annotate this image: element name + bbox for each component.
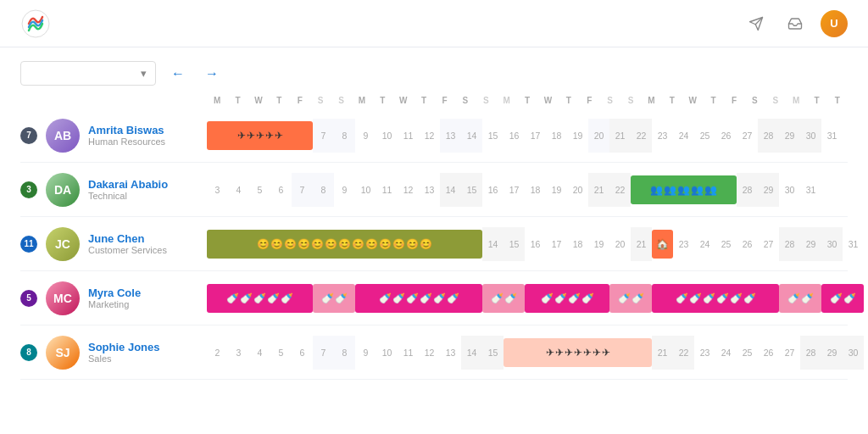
leave-icon: 🏠: [656, 238, 669, 250]
day-number-cell: 11: [376, 173, 398, 207]
leave-icon: 🍼: [568, 292, 581, 304]
leave-icon: 😊: [365, 238, 378, 250]
employee-avatar[interactable]: JC: [46, 227, 80, 261]
day-number-cell: 2: [207, 336, 228, 370]
day-number-cell: 9: [334, 173, 355, 207]
day-header-30: T: [827, 92, 848, 108]
next-month-button[interactable]: →: [200, 62, 224, 86]
leave-block[interactable]: 👥👥👥👥👥: [631, 173, 737, 207]
day-number-cell: 10: [376, 336, 398, 370]
day-number-cell: 23: [694, 336, 715, 370]
employee-name-block: Dakarai AbabioTechnical: [88, 178, 168, 201]
leave-icon: 😊: [338, 238, 351, 250]
leave-icon: 😊: [325, 238, 337, 250]
leave-count-badge: 3: [20, 181, 37, 198]
leave-block[interactable]: 🍼🍼: [482, 281, 525, 315]
day-number-cell: 13: [440, 119, 461, 153]
employee-name-block: Sophie JonesSales: [88, 341, 160, 364]
employee-avatar[interactable]: DA: [46, 173, 80, 207]
leave-count-badge: 11: [20, 236, 37, 253]
leave-block[interactable]: 🍼🍼🍼🍼: [525, 281, 609, 315]
day-number-cell: 25: [715, 227, 737, 261]
day-number-cell: 29: [758, 173, 779, 207]
leave-icon: 🍼: [406, 292, 419, 304]
user-avatar-header[interactable]: U: [821, 10, 848, 37]
leave-block[interactable]: 🍼🍼🍼🍼🍼: [207, 281, 313, 315]
leave-icon: 🍼: [379, 292, 392, 304]
day-number-cell: 28: [758, 119, 779, 153]
day-header-27: S: [765, 92, 786, 108]
day-number-cell: 28: [737, 173, 758, 207]
day-number-cell: 25: [737, 336, 758, 370]
leave-icon: 🍼: [253, 292, 266, 304]
employee-name-block: June ChenCustomer Services: [88, 232, 167, 255]
day-number-cell: 18: [567, 227, 588, 261]
leave-icon: 😊: [392, 238, 405, 250]
day-number-cell: 4: [228, 173, 249, 207]
day-header-3: T: [269, 92, 289, 108]
employee-name[interactable]: Dakarai Ababio: [88, 178, 168, 191]
day-number-cell: 3: [207, 173, 228, 207]
leave-icon: 😊: [420, 238, 432, 250]
employee-avatar[interactable]: SJ: [46, 336, 80, 370]
leave-span: 🍼🍼🍼🍼🍼: [207, 284, 313, 313]
employee-info: 3DADakarai AbabioTechnical: [20, 166, 207, 214]
day-number-cell: 24: [673, 119, 694, 153]
leave-span: 🍼🍼: [482, 284, 525, 313]
leave-block[interactable]: 🍼🍼🍼🍼🍼🍼: [355, 281, 482, 315]
day-number-cell: 10: [376, 119, 398, 153]
day-header-18: F: [579, 92, 599, 108]
day-header-25: F: [724, 92, 744, 108]
employee-department: Customer Services: [88, 245, 167, 255]
day-number-cell: 15: [482, 119, 504, 153]
app-header: U: [0, 0, 868, 47]
leave-icon: ✈: [574, 347, 582, 359]
leave-block[interactable]: 🍼🍼: [609, 281, 652, 315]
leave-icon: 🍼: [716, 292, 729, 304]
leave-block[interactable]: 🏠: [652, 227, 673, 261]
employee-name[interactable]: Sophie Jones: [88, 341, 160, 353]
leave-block[interactable]: 🍼🍼: [779, 281, 821, 315]
leave-block[interactable]: ✈✈✈✈✈: [207, 119, 313, 153]
day-number-cell: 6: [292, 336, 313, 370]
leave-icon: 🍼: [226, 292, 239, 304]
leave-icon: 👥: [691, 184, 704, 196]
employee-name[interactable]: Myra Cole: [88, 287, 141, 299]
prev-month-button[interactable]: ←: [166, 62, 190, 86]
inbox-icon[interactable]: [782, 10, 809, 37]
leave-icon: 👥: [704, 184, 717, 196]
day-number-cell: 18: [525, 173, 546, 207]
employee-name[interactable]: June Chen: [88, 232, 167, 245]
employee-avatar[interactable]: AB: [46, 119, 80, 153]
send-icon[interactable]: [743, 10, 770, 37]
leave-icon: 🍼: [703, 292, 715, 304]
day-number-cell: 13: [440, 336, 461, 370]
leave-block[interactable]: 🍼🍼🍼🍼🍼🍼: [652, 281, 779, 315]
leave-icon: 🍼: [240, 292, 253, 304]
day-number-cell: 21: [609, 119, 631, 153]
day-header-29: T: [806, 92, 826, 108]
leave-icon: 😊: [352, 238, 364, 250]
day-header-21: M: [641, 92, 661, 108]
day-number-cell: 30: [821, 227, 843, 261]
day-header-22: T: [662, 92, 682, 108]
leave-block[interactable]: 🍼🍼: [313, 281, 355, 315]
leave-span: 👥👥👥👥👥: [631, 175, 737, 204]
employee-name[interactable]: Amrita Biswas: [88, 124, 165, 136]
day-header-11: F: [434, 92, 454, 108]
leave-block[interactable]: ✈✈✈✈✈✈✈: [504, 336, 652, 370]
leave-icon: 🍼: [676, 292, 688, 304]
app-logo: [20, 8, 51, 39]
department-select[interactable]: ▾: [20, 61, 156, 86]
day-number-cell: 15: [504, 227, 525, 261]
day-header-24: T: [703, 92, 723, 108]
day-number-cell: 17: [546, 227, 567, 261]
leave-icon: ✈: [602, 347, 610, 359]
day-number-cell: 31: [800, 173, 821, 207]
leave-icon: 🍼: [632, 292, 644, 304]
leave-block[interactable]: 🍼🍼: [821, 281, 864, 315]
employee-row: 5MCMyra ColeMarketing🍼🍼🍼🍼🍼🍼🍼🍼🍼🍼🍼🍼🍼🍼🍼🍼🍼🍼🍼…: [20, 271, 848, 326]
leave-block[interactable]: 😊😊😊😊😊😊😊😊😊😊😊😊😊: [207, 227, 482, 261]
employee-avatar[interactable]: MC: [46, 281, 80, 315]
leave-icon: ✈: [583, 347, 592, 359]
